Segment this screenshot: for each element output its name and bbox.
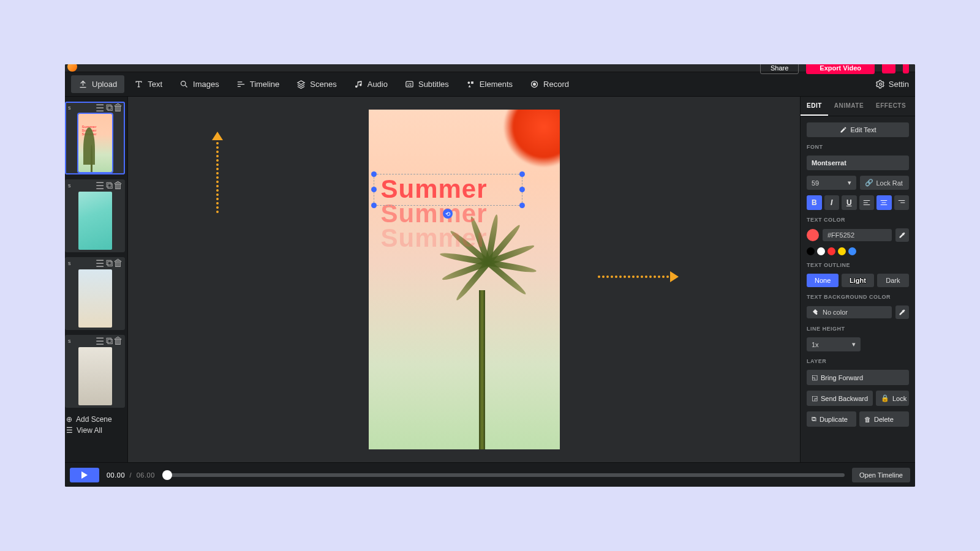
text-color-label: TEXT COLOR	[807, 217, 909, 223]
scene-item[interactable]: s ☰⧉🗑	[65, 179, 125, 252]
outline-light-button[interactable]: Light	[842, 274, 873, 287]
eyedropper-button[interactable]	[895, 228, 909, 242]
resize-handle[interactable]	[519, 187, 525, 192]
line-height-select[interactable]: 1x ▾	[807, 337, 861, 351]
timeline-bar: 00.00 / 06.00 Open Timeline	[65, 462, 915, 487]
music-icon	[354, 80, 363, 89]
font-size-select[interactable]: 59 ▾	[807, 176, 856, 190]
bg-color-value: No color	[823, 309, 848, 316]
record-icon	[530, 80, 539, 89]
drag-icon[interactable]: ☰	[96, 182, 104, 189]
subtitles-label: Subtitles	[418, 80, 449, 89]
lock-ratio-toggle[interactable]: 🔗 Lock Rat	[860, 176, 910, 190]
duplicate-icon[interactable]: ⧉	[105, 260, 113, 267]
trash-icon[interactable]: 🗑	[115, 337, 122, 345]
font-family-select[interactable]: Montserrat	[807, 156, 909, 170]
layers-icon	[296, 80, 306, 89]
outline-dark-button[interactable]: Dark	[877, 274, 909, 287]
settings-button[interactable]: Settin	[876, 80, 909, 89]
scene-thumbnail[interactable]	[78, 347, 112, 405]
current-color-swatch[interactable]	[807, 229, 819, 241]
trash-icon[interactable]: 🗑	[115, 104, 122, 111]
bg-color-field[interactable]: No color	[807, 306, 892, 318]
text-label: Text	[148, 80, 162, 89]
tab-animate[interactable]: ANIMATE	[828, 97, 870, 116]
toolbar: Upload Text Images Timeline Scenes Audio…	[65, 72, 915, 97]
resize-handle[interactable]	[371, 171, 377, 177]
scenes-button[interactable]: Scenes	[289, 75, 344, 93]
view-all-button[interactable]: ☰ View All	[66, 426, 125, 435]
canvas[interactable]: Summer Summer Summer ⟲	[369, 110, 560, 449]
underline-button[interactable]: U	[842, 195, 857, 210]
duplicate-icon[interactable]: ⧉	[105, 104, 113, 111]
color-hex-field[interactable]: #FF5252	[823, 229, 892, 241]
resize-handle[interactable]	[519, 203, 525, 208]
trash-icon[interactable]: 🗑	[115, 182, 122, 189]
duplicate-icon[interactable]: ⧉	[105, 182, 113, 189]
scene-thumbnail[interactable]	[78, 192, 112, 250]
duplicate-button[interactable]: ⧉ Duplicate	[807, 411, 856, 427]
subtitles-icon	[405, 80, 414, 89]
resize-handle[interactable]	[371, 187, 377, 192]
subtitles-button[interactable]: Subtitles	[398, 75, 456, 93]
drag-icon[interactable]: ☰	[96, 337, 104, 345]
elements-button[interactable]: Elements	[459, 75, 520, 93]
scene-thumbnail[interactable]	[78, 269, 112, 328]
palette-swatch[interactable]	[827, 247, 835, 255]
total-time: 06.00	[137, 471, 155, 479]
italic-button[interactable]: I	[824, 195, 840, 210]
canvas-area[interactable]: Summer Summer Summer ⟲	[128, 97, 800, 462]
share-button[interactable]: Share	[760, 64, 799, 74]
selection-box[interactable]: ⟲	[374, 174, 522, 206]
lock-button[interactable]: 🔒 Lock	[876, 391, 909, 406]
extra-action-button[interactable]	[903, 64, 909, 73]
palette-swatch[interactable]	[848, 247, 856, 255]
send-backward-button[interactable]: ◲ Send Backward	[807, 391, 873, 406]
resize-handle[interactable]	[519, 171, 525, 177]
duplicate-icon[interactable]: ⧉	[105, 337, 113, 345]
export-dropdown-button[interactable]	[882, 64, 895, 73]
bg-eyedropper-button[interactable]	[895, 305, 909, 319]
images-button[interactable]: Images	[172, 75, 227, 93]
palette-swatch[interactable]	[838, 247, 846, 255]
trash-icon[interactable]: 🗑	[115, 260, 122, 267]
line-height-label: LINE HEIGHT	[807, 326, 909, 332]
bold-button[interactable]: B	[807, 195, 822, 210]
link-icon: 🔗	[865, 179, 873, 187]
scene-item[interactable]: s ☰⧉🗑	[65, 257, 125, 330]
align-left-button[interactable]	[859, 195, 875, 210]
open-timeline-button[interactable]: Open Timeline	[852, 468, 910, 482]
audio-button[interactable]: Audio	[347, 75, 395, 93]
add-scene-button[interactable]: ⊕ Add Scene	[66, 415, 125, 424]
upload-button[interactable]: Upload	[71, 75, 124, 93]
drag-icon[interactable]: ☰	[96, 104, 104, 111]
scene-thumbnail[interactable]: SummerSummerSummer	[78, 114, 112, 172]
scene-item[interactable]: s ☰ ⧉ 🗑 SummerSummerSummer	[65, 102, 125, 174]
annotation-arrow-vertical	[214, 132, 221, 209]
align-right-button[interactable]	[894, 195, 910, 210]
align-center-icon	[880, 198, 888, 207]
drag-icon[interactable]: ☰	[96, 260, 104, 267]
export-video-button[interactable]: Export Video	[806, 64, 875, 74]
rotate-handle[interactable]: ⟲	[443, 209, 453, 219]
tab-effects[interactable]: EFFECTS	[870, 97, 912, 116]
canvas-text-line[interactable]: Summer	[381, 226, 488, 250]
align-center-button[interactable]	[876, 195, 892, 210]
timeline-track[interactable]	[162, 473, 845, 477]
upload-icon	[78, 80, 88, 89]
bring-forward-button[interactable]: ◱ Bring Forward	[807, 370, 909, 385]
record-button[interactable]: Record	[522, 75, 576, 93]
palette-swatch[interactable]	[807, 247, 815, 255]
text-button[interactable]: Text	[127, 75, 170, 93]
palette-swatch[interactable]	[817, 247, 825, 255]
delete-button[interactable]: 🗑 Delete	[859, 411, 909, 427]
outline-none-button[interactable]: None	[807, 274, 839, 287]
trash-icon: 🗑	[864, 416, 871, 423]
tab-edit[interactable]: EDIT	[801, 97, 828, 116]
timeline-handle[interactable]	[162, 470, 172, 480]
resize-handle[interactable]	[371, 203, 377, 208]
edit-text-button[interactable]: Edit Text	[807, 122, 909, 137]
scene-item[interactable]: s ☰⧉🗑	[65, 335, 125, 408]
play-button[interactable]	[70, 468, 99, 482]
timeline-button[interactable]: Timeline	[229, 75, 287, 93]
